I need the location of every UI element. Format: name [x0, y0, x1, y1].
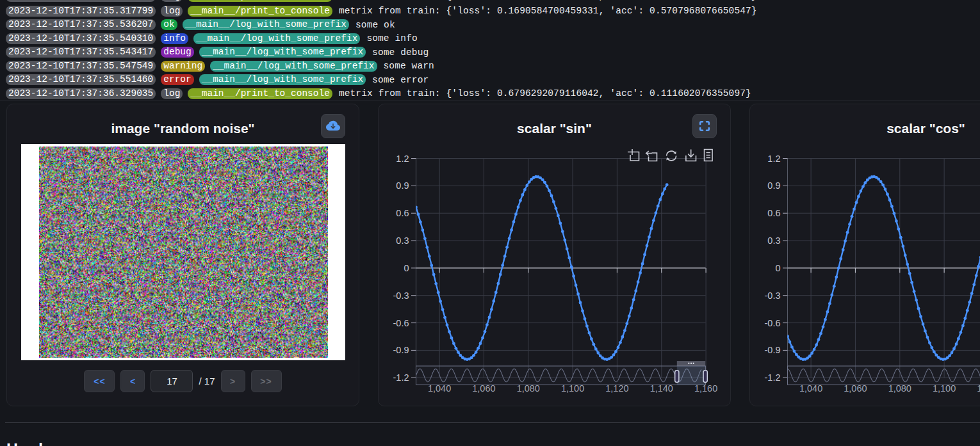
svg-text:0.9: 0.9 — [767, 180, 780, 191]
svg-text:1.2: 1.2 — [767, 154, 780, 164]
svg-text:0.9: 0.9 — [396, 180, 409, 191]
svg-text:0.3: 0.3 — [767, 235, 780, 246]
svg-text:0: 0 — [404, 263, 409, 273]
svg-text:-0.6: -0.6 — [393, 318, 409, 328]
svg-text:0: 0 — [775, 263, 780, 273]
svg-text:0.6: 0.6 — [767, 208, 780, 218]
svg-text:1.2: 1.2 — [396, 154, 409, 164]
svg-text:0.3: 0.3 — [396, 235, 409, 246]
svg-text:-0.9: -0.9 — [765, 345, 781, 355]
svg-text:-0.6: -0.6 — [765, 318, 781, 328]
svg-text:-1.2: -1.2 — [765, 372, 781, 383]
svg-text:-0.3: -0.3 — [393, 291, 409, 301]
svg-text:-0.9: -0.9 — [393, 345, 409, 355]
svg-text:-0.3: -0.3 — [765, 291, 781, 301]
svg-text:-1.2: -1.2 — [393, 372, 409, 383]
svg-text:0.6: 0.6 — [396, 208, 409, 218]
